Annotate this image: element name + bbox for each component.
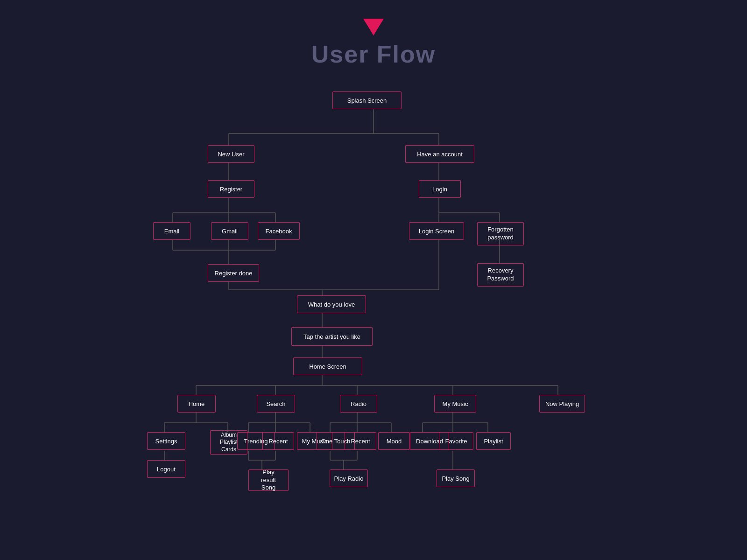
node-splash-screen[interactable]: Splash Screen [332, 91, 402, 109]
node-new-user[interactable]: New User [208, 145, 254, 163]
node-home[interactable]: Home [177, 395, 216, 413]
node-recent-search[interactable]: Recent [262, 432, 294, 450]
node-login[interactable]: Login [419, 180, 461, 198]
node-radio[interactable]: Radio [340, 395, 377, 413]
page-header: User Flow [0, 0, 747, 77]
node-now-playing[interactable]: Now Playing [539, 395, 585, 413]
node-have-account[interactable]: Have an account [405, 145, 474, 163]
connector-lines [47, 77, 700, 521]
node-play-radio[interactable]: Play Radio [330, 469, 368, 487]
node-play-result-song[interactable]: Play result Song [248, 469, 289, 491]
logo-triangle-icon [363, 19, 384, 35]
node-mood[interactable]: Mood [378, 432, 410, 450]
node-what-do-you-love[interactable]: What do you love [297, 295, 366, 313]
node-login-screen[interactable]: Login Screen [409, 222, 464, 240]
node-register-done[interactable]: Register done [208, 264, 259, 282]
node-recent-radio[interactable]: Recent [345, 432, 376, 450]
node-recovery-password[interactable]: Recovery Password [477, 263, 524, 287]
node-email[interactable]: Email [153, 222, 190, 240]
node-register[interactable]: Register [208, 180, 254, 198]
node-logout[interactable]: Logout [147, 460, 185, 478]
node-playlist[interactable]: Playlist [476, 432, 511, 450]
node-play-song[interactable]: Play Song [437, 469, 475, 487]
node-settings[interactable]: Settings [147, 432, 185, 450]
page-title: User Flow [0, 40, 747, 68]
node-search[interactable]: Search [257, 395, 295, 413]
node-gmail[interactable]: Gmail [211, 222, 248, 240]
node-tap-artist[interactable]: Tap the artist you like [291, 327, 373, 346]
node-home-screen[interactable]: Home Screen [293, 357, 362, 375]
node-favorite[interactable]: Favorite [439, 432, 473, 450]
node-my-music[interactable]: My Music [434, 395, 476, 413]
flow-diagram: Splash Screen New User Have an account R… [47, 77, 700, 521]
node-facebook[interactable]: Facebook [258, 222, 300, 240]
node-forgotten-password[interactable]: Forgotten password [477, 222, 524, 245]
